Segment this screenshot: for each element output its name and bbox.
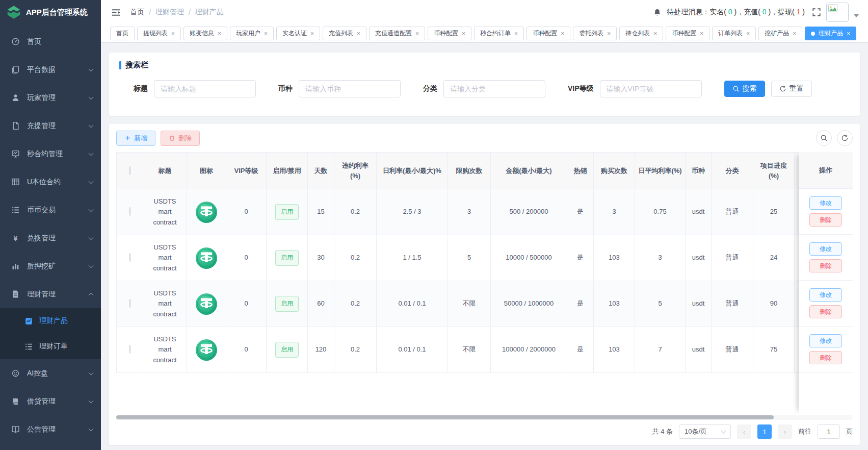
row-delete-button[interactable]: 删除	[809, 351, 842, 364]
tab-label: 持仓列表	[625, 29, 650, 38]
category-input[interactable]	[443, 80, 545, 97]
page-1-button[interactable]: 1	[757, 424, 772, 439]
sidebar-item-deposit-withdraw[interactable]: 充提管理	[0, 112, 101, 140]
tab-close-icon[interactable]: ×	[171, 31, 175, 37]
tab-kyc[interactable]: 实名认证×	[276, 27, 320, 40]
cell-category: 普通	[712, 189, 753, 235]
bell-icon[interactable]	[653, 8, 662, 17]
sidebar-item-home[interactable]: 首页	[0, 28, 101, 56]
tab-deposit-channel-config[interactable]: 充值通道配置×	[369, 27, 425, 40]
fullscreen-icon[interactable]	[812, 8, 821, 17]
sidebar-item-platform-data[interactable]: 平台数据	[0, 56, 101, 84]
col-buy_count: 购买次数	[594, 153, 635, 189]
next-page-button[interactable]: ›	[778, 424, 792, 439]
sidebar-item-staking-mining[interactable]: 质押挖矿	[0, 252, 101, 280]
tab-entrust-list[interactable]: 委托列表×	[573, 27, 617, 40]
vip-level-input[interactable]	[600, 80, 702, 97]
sidebar-subitem-wealth-orders[interactable]: 理财订单	[0, 334, 101, 359]
breadcrumb-separator: /	[189, 8, 191, 16]
breadcrumb-item[interactable]: 理财管理	[155, 8, 184, 17]
breadcrumb-item[interactable]: 首页	[130, 8, 144, 17]
sidebar-item-u-contract[interactable]: U本位合约	[0, 168, 101, 196]
row-checkbox[interactable]	[129, 345, 130, 354]
tab-coin-config-2[interactable]: 币种配置×	[527, 27, 570, 40]
search-field-coin: 币种	[278, 80, 401, 97]
tab-close-icon[interactable]: ×	[653, 31, 657, 37]
select-all-checkbox[interactable]	[129, 166, 130, 175]
app-logo-icon	[6, 5, 21, 20]
page-size-select[interactable]: 10条/页	[679, 424, 731, 439]
tab-seconds-orders[interactable]: 秒合约订单×	[474, 27, 524, 40]
col-purchase_limit: 限购次数	[448, 153, 491, 189]
tab-close-icon[interactable]: ×	[514, 31, 518, 37]
tab-home[interactable]: 首页	[110, 27, 135, 40]
sidebar-subitem-wealth-products[interactable]: 理财产品	[0, 308, 101, 334]
sidebar-item-players[interactable]: 玩家管理	[0, 84, 101, 112]
sidebar-item-spot-trading[interactable]: 币币交易	[0, 196, 101, 224]
tab-close-icon[interactable]: ×	[607, 31, 611, 37]
tab-player-users[interactable]: 玩家用户×	[230, 27, 274, 40]
coin-input[interactable]	[299, 80, 401, 97]
tab-close-icon[interactable]: ×	[357, 31, 360, 37]
tab-coin-config-1[interactable]: 币种配置×	[428, 27, 471, 40]
modify-button[interactable]: 修改	[809, 334, 842, 347]
modify-button[interactable]: 修改	[809, 288, 842, 302]
sidebar-item-ai-control[interactable]: AI控盘	[0, 359, 101, 387]
tab-label: 币种配置	[533, 29, 557, 38]
tab-mining-products[interactable]: 挖矿产品×	[758, 27, 802, 40]
row-checkbox[interactable]	[129, 207, 130, 216]
goto-page-input[interactable]	[818, 424, 840, 439]
sidebar-item-seconds-contract[interactable]: 秒合约管理	[0, 140, 101, 168]
user-menu-caret-icon[interactable]	[854, 14, 859, 17]
tab-deposit-list[interactable]: 充值列表×	[323, 27, 366, 40]
tab-account-changes[interactable]: 账变信息×	[183, 27, 227, 40]
delete-button[interactable]: 删除	[161, 131, 200, 146]
reset-button[interactable]: 重置	[771, 81, 812, 97]
table-wrap: 标题图标VIP等级启用/禁用天数违约利率(%)日利率(最小/最大)%限购次数金额…	[116, 152, 853, 414]
tab-coin-config-3[interactable]: 币种配置×	[666, 27, 709, 40]
tab-withdraw-list[interactable]: 提现列表×	[137, 27, 181, 40]
row-delete-button[interactable]: 删除	[809, 259, 842, 272]
row-delete-button[interactable]: 删除	[809, 213, 842, 227]
row-checkbox[interactable]	[129, 299, 130, 308]
cell-icon	[187, 189, 226, 235]
tab-order-list[interactable]: 订单列表×	[712, 27, 756, 40]
tab-close-icon[interactable]: ×	[462, 31, 465, 37]
tab-close-icon[interactable]: ×	[415, 31, 419, 37]
tab-close-icon[interactable]: ×	[700, 31, 703, 37]
search-button[interactable]: 搜索	[724, 81, 765, 97]
topbar: 首页/理财管理/理财产品 待处理消息：实名( 0 )，充值( 0 )，提现( 1…	[101, 0, 868, 24]
row-checkbox[interactable]	[129, 253, 130, 262]
tab-close-icon[interactable]: ×	[746, 31, 750, 37]
modify-button[interactable]: 修改	[809, 196, 842, 210]
sidebar-item-announcement[interactable]: 公告管理	[0, 415, 101, 443]
avatar[interactable]	[826, 3, 849, 22]
tab-close-icon[interactable]: ×	[218, 31, 221, 37]
main-area: 首页/理财管理/理财产品 待处理消息：实名( 0 )，充值( 0 )，提现( 1…	[101, 0, 868, 450]
table-row: USDTS mart contract0启用150.22.5 / 33500 /…	[117, 189, 825, 235]
search-icon	[732, 85, 740, 92]
tab-close-icon[interactable]: ×	[561, 31, 564, 37]
sidebar-item-wealth[interactable]: 理财管理	[0, 280, 101, 308]
tab-position-list[interactable]: 持仓列表×	[619, 27, 663, 40]
sidebar-subitem-label: 理财订单	[39, 342, 68, 351]
tab-close-icon[interactable]: ×	[793, 31, 796, 37]
table-search-button[interactable]	[816, 130, 832, 146]
modify-button[interactable]: 修改	[809, 242, 842, 256]
sidebar-collapse-icon[interactable]	[111, 8, 121, 17]
title-accent-bar	[119, 61, 121, 69]
tab-close-icon[interactable]: ×	[310, 31, 314, 37]
tab-wealth-products[interactable]: 理财产品×	[805, 27, 856, 40]
horizontal-scrollbar-thumb[interactable]	[116, 415, 774, 419]
tab-close-icon[interactable]: ×	[264, 31, 268, 37]
sidebar-item-lending[interactable]: 借贷管理	[0, 387, 101, 415]
tab-label: 币种配置	[434, 29, 458, 38]
add-button[interactable]: 新增	[116, 131, 155, 146]
row-delete-button[interactable]: 删除	[809, 305, 842, 318]
pending-messages: 待处理消息：实名( 0 )，充值( 0 )，提现( 1 )	[667, 8, 805, 17]
tab-close-icon[interactable]: ×	[847, 31, 850, 37]
sidebar-item-exchange[interactable]: ¥兑换管理	[0, 224, 101, 252]
table-refresh-button[interactable]	[837, 130, 853, 146]
prev-page-button[interactable]: ‹	[737, 424, 751, 439]
title-input[interactable]	[154, 80, 256, 97]
